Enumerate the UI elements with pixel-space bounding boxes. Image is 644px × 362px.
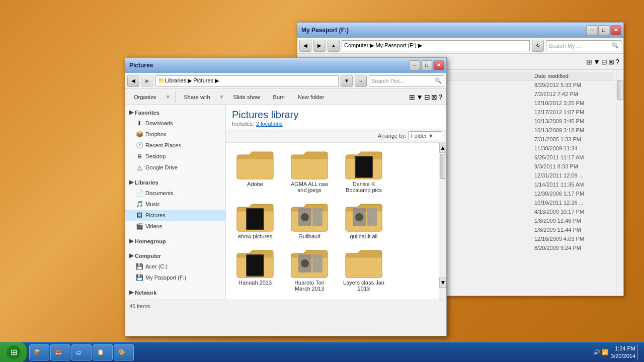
folder-item[interactable]: Hannah 2013 <box>230 245 280 294</box>
folder-item[interactable]: Huaroto Tori March 2013 <box>284 245 335 294</box>
search-placeholder-back: Search My ... <box>548 43 581 49</box>
folder-item[interactable]: Guilbault <box>284 199 335 241</box>
clock-time: 1:24 PM <box>611 345 635 352</box>
libraries-header[interactable]: ▶ Libraries <box>125 177 225 188</box>
close-button-front[interactable]: ✕ <box>433 60 444 70</box>
file-date: 1/8/2009 11:44 PM <box>534 227 610 233</box>
arrange-arrow: ▼ <box>428 133 434 139</box>
sidebar-item-pictures[interactable]: 🖼 Pictures <box>125 210 225 221</box>
taskbar-btn-firefox[interactable]: 🦊 <box>50 344 70 360</box>
network-section: ▶ Network <box>125 285 225 300</box>
address-input-front[interactable]: 📁 Libraries ▶ Pictures ▶ <box>155 75 339 86</box>
sidebar-item-desktop[interactable]: 🖥 Desktop <box>125 151 225 162</box>
favorites-header[interactable]: ▶ Favorites <box>125 107 225 118</box>
svg-point-6 <box>301 213 309 221</box>
taskbar-btn-paint[interactable]: 🎨 <box>114 344 134 360</box>
forward-button-back[interactable]: ▶ <box>313 40 326 52</box>
view-icons-back[interactable]: ⊞ ▼ ⊟ ⊠ ? <box>586 58 619 66</box>
folder-item[interactable]: ehow pictures <box>230 199 280 241</box>
maximize-button-back[interactable]: □ <box>598 25 609 35</box>
folder-item[interactable]: Layers class Jan 2013 <box>339 245 389 294</box>
folder-item[interactable]: Denise K Bootcamp pics <box>339 147 389 195</box>
computer-section: ▶ Computer 💾 Acer (C:) 💾 My Passport (F:… <box>125 248 225 285</box>
arrange-dropdown[interactable]: Folder ▼ <box>409 131 442 140</box>
scroll-up-front[interactable]: ▲ <box>439 143 446 153</box>
folder-item[interactable]: AGMA ALL raw and jpegs <box>284 147 335 195</box>
folder-label: guilbault all <box>350 233 377 239</box>
sidebar-item-my-passport[interactable]: 💾 My Passport (F:) <box>125 272 225 283</box>
my-passport-label: My Passport (F:) <box>145 275 186 281</box>
organize-button[interactable]: Organize <box>129 92 161 102</box>
network-header[interactable]: ▶ Network <box>125 287 225 298</box>
window-controls-back: ─ □ ✕ <box>586 25 621 35</box>
svg-point-9 <box>355 213 363 221</box>
address-dropdown-front[interactable]: ▼ <box>341 75 353 87</box>
svg-rect-3 <box>247 209 263 229</box>
new-folder-button-front[interactable]: New folder <box>293 92 329 102</box>
folder-item[interactable]: Adobe <box>230 147 280 195</box>
slideshow-button[interactable]: Slide show <box>228 92 264 102</box>
back-button-back[interactable]: ◀ <box>299 40 311 52</box>
sidebar-item-google-drive[interactable]: △ Google Drive <box>125 162 225 173</box>
homegroup-header[interactable]: ▶ Homegroup <box>125 236 225 246</box>
forward-button-front[interactable]: ▶ <box>141 75 153 87</box>
up-button-back[interactable]: ▲ <box>328 40 340 52</box>
window-titlebar-front: Pictures ─ □ ✕ <box>125 58 446 73</box>
search-box-back[interactable]: Search My ... 🔍 <box>546 40 621 51</box>
locations-link[interactable]: 2 locations <box>256 121 283 127</box>
search-box-front[interactable]: Search Pict... 🔍 <box>369 75 444 86</box>
taskbar-btn-clipboard[interactable]: 📋 <box>93 344 113 360</box>
folder-icon-svg <box>235 149 275 181</box>
videos-icon: 🎬 <box>135 222 143 230</box>
homegroup-label: Homegroup <box>135 238 166 244</box>
file-date: 12/31/2011 12:09 ... <box>534 172 610 178</box>
desktop-label-sidebar: Desktop <box>145 153 166 159</box>
sidebar-item-documents[interactable]: 📄 Documents <box>125 188 225 199</box>
maximize-button-front[interactable]: □ <box>421 60 432 70</box>
arrange-value: Folder <box>411 133 427 139</box>
close-button-back[interactable]: ✕ <box>610 25 621 35</box>
sidebar-item-videos[interactable]: 🎬 Videos <box>125 221 225 232</box>
navigate-up-front[interactable]: → <box>355 75 367 87</box>
folder-icon-svg <box>289 149 330 181</box>
pictures-window[interactable]: Pictures ─ □ ✕ ◀ ▶ 📁 Libraries ▶ Picture… <box>125 57 447 336</box>
burn-button-front[interactable]: Burn <box>269 92 289 102</box>
scrollbar-back[interactable] <box>616 70 623 296</box>
sidebar-item-music[interactable]: 🎵 Music <box>125 199 225 210</box>
computer-header[interactable]: ▶ Computer <box>125 250 225 261</box>
minimize-button-back[interactable]: ─ <box>586 25 597 35</box>
scroll-down-front[interactable]: ▼ <box>439 278 446 288</box>
back-button-front[interactable]: ◀ <box>127 75 139 87</box>
network-triangle: ▶ <box>129 289 133 296</box>
taskbar-tray: 🔊 📶 1:24 PM 3/20/2014 <box>589 344 644 360</box>
folder-item[interactable]: guilbault all <box>339 199 389 241</box>
scrollbar-front[interactable]: ▲ ▼ <box>439 143 446 300</box>
content-subtitle: Includes: 2 locations <box>232 121 440 127</box>
refresh-button-back[interactable]: ↻ <box>532 40 544 52</box>
taskbar-btn-dropbox[interactable]: 📦 <box>29 344 49 360</box>
folder-label: Huaroto Tori March 2013 <box>286 280 333 292</box>
taskbar-btn-explorer[interactable]: 🗂 <box>71 344 92 360</box>
address-input-back[interactable]: Computer ▶ My Passport (F:) ▶ <box>342 40 530 51</box>
file-date: 12/17/2012 1:07 PM <box>534 109 610 115</box>
share-with-button[interactable]: Share with <box>180 92 215 102</box>
favorites-label: Favorites <box>135 110 159 116</box>
scroll-thumb-front[interactable] <box>440 154 446 179</box>
favorites-triangle: ▶ <box>129 109 133 116</box>
show-desktop-btn[interactable] <box>637 344 640 360</box>
file-date: 12/30/2006 1:17 PM <box>534 191 610 197</box>
sidebar-item-recent-places[interactable]: 🕐 Recent Places <box>125 140 225 151</box>
view-icons-front[interactable]: ⊞ ▼ ⊟ ⊠ ? <box>409 93 442 101</box>
acer-icon: 💾 <box>135 262 143 270</box>
downloads-icon: ⬇ <box>135 119 143 127</box>
scroll-thumb-back[interactable] <box>617 80 623 100</box>
folder-label: Adobe <box>247 181 263 187</box>
header-date: Date modified <box>534 73 610 79</box>
minimize-button-front[interactable]: ─ <box>409 60 420 70</box>
start-button[interactable]: ⊞ <box>0 342 27 363</box>
folder-grid: Adobe AGMA ALL raw and jpegs Denise K Bo… <box>226 143 439 300</box>
sidebar-item-dropbox[interactable]: 📦 Dropbox <box>125 129 225 140</box>
sidebar-item-acer[interactable]: 💾 Acer (C:) <box>125 261 225 272</box>
tray-icons: 🔊 📶 <box>593 349 609 355</box>
sidebar-item-downloads[interactable]: ⬇ Downloads <box>125 118 225 129</box>
